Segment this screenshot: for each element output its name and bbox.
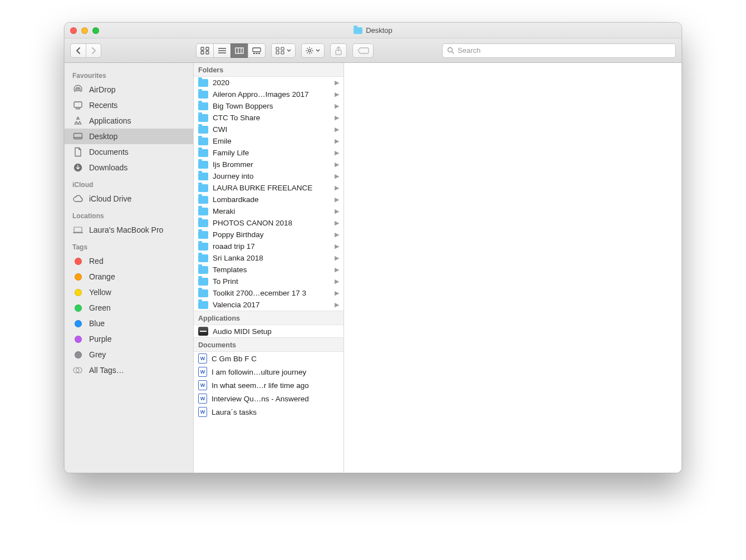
file-name: Valencia 2017 <box>213 301 330 309</box>
file-name: Audio MIDI Setup <box>213 327 340 336</box>
folder-icon <box>198 184 208 192</box>
sidebar-item-purple[interactable]: Purple <box>65 331 193 347</box>
sidebar-item-orange[interactable]: Orange <box>65 269 193 284</box>
zoom-window-button[interactable] <box>92 27 99 34</box>
sidebar-item-all-tags-[interactable]: All Tags… <box>65 362 193 378</box>
file-row[interactable]: Templates▶ <box>194 264 343 276</box>
file-row[interactable]: Lombardkade▶ <box>194 194 343 205</box>
sidebar-item-blue[interactable]: Blue <box>65 316 193 331</box>
file-row[interactable]: LAURA BURKE FREELANCE▶ <box>194 182 343 194</box>
disclosure-chevron-icon: ▶ <box>335 184 340 191</box>
icon-view-button[interactable] <box>196 43 213 58</box>
word-doc-icon <box>198 367 207 377</box>
close-window-button[interactable] <box>70 27 77 34</box>
folder-icon <box>198 137 208 145</box>
share-button[interactable] <box>330 43 347 58</box>
file-row[interactable]: Interview Qu…ns - Answered <box>194 392 343 405</box>
file-row[interactable]: PHOTOS CANON 2018▶ <box>194 217 343 229</box>
sidebar-item-grey[interactable]: Grey <box>65 347 193 362</box>
sidebar-item-green[interactable]: Green <box>65 300 193 316</box>
file-name: 2020 <box>213 78 330 87</box>
grid-icon <box>200 47 209 55</box>
file-row[interactable]: Big Town Boppers▶ <box>194 100 343 112</box>
disclosure-chevron-icon: ▶ <box>335 173 340 180</box>
arrange-button[interactable] <box>271 43 296 58</box>
disclosure-chevron-icon: ▶ <box>335 301 340 308</box>
svg-line-25 <box>311 48 312 48</box>
file-row[interactable]: Journey into▶ <box>194 170 343 182</box>
sidebar-section-label: Tags <box>65 238 193 253</box>
minimize-window-button[interactable] <box>81 27 88 34</box>
back-button[interactable] <box>70 43 86 58</box>
file-row[interactable]: C Gm Bb F C <box>194 352 343 365</box>
sidebar-item-recents[interactable]: Recents <box>65 97 193 113</box>
svg-rect-15 <box>281 47 284 50</box>
file-row[interactable]: Meraki▶ <box>194 205 343 217</box>
gallery-view-button[interactable] <box>248 43 266 58</box>
group-header: Folders <box>194 63 343 77</box>
sidebar-item-icloud-drive[interactable]: iCloud Drive <box>65 191 193 207</box>
forward-button[interactable] <box>86 43 101 58</box>
file-row[interactable]: Ijs Brommer▶ <box>194 159 343 170</box>
sidebar-item-desktop[interactable]: Desktop <box>65 129 193 144</box>
file-name: roaad trip 17 <box>213 242 330 250</box>
file-name: Ijs Brommer <box>213 160 330 169</box>
sidebar-item-laura-s-macbook-pro[interactable]: Laura's MacBook Pro <box>65 222 193 238</box>
sidebar: FavouritesAirDropRecentsApplicationsDesk… <box>65 63 194 473</box>
svg-point-30 <box>77 89 79 91</box>
svg-rect-10 <box>253 48 261 52</box>
file-row[interactable]: CWI▶ <box>194 124 343 135</box>
file-row[interactable]: Toolkit 2700…ecember 17 3▶ <box>194 287 343 299</box>
column-view-button[interactable] <box>230 43 248 58</box>
sidebar-item-label: Yellow <box>89 288 111 297</box>
action-button[interactable] <box>301 43 325 58</box>
sidebar-item-label: AirDrop <box>89 85 115 94</box>
tags-button[interactable] <box>352 43 374 58</box>
file-row[interactable]: In what seem…r life time ago <box>194 379 343 392</box>
mac-icon <box>72 225 84 235</box>
svg-rect-0 <box>201 47 204 50</box>
finder-window: Desktop <box>64 22 682 473</box>
svg-line-24 <box>311 52 312 53</box>
tag-icon <box>72 287 84 297</box>
file-row[interactable]: Aileron Appro…Images 2017▶ <box>194 89 343 100</box>
file-row[interactable]: To Print▶ <box>194 276 343 287</box>
sidebar-item-documents[interactable]: Documents <box>65 144 193 160</box>
file-row[interactable]: I am followin…ulture journey <box>194 365 343 379</box>
file-row[interactable]: Valencia 2017▶ <box>194 299 343 311</box>
sidebar-item-applications[interactable]: Applications <box>65 113 193 129</box>
app-icon <box>198 327 208 336</box>
file-row[interactable]: Laura´s tasks <box>194 405 343 419</box>
file-row[interactable]: Family Life▶ <box>194 147 343 159</box>
sidebar-section-label: Locations <box>65 207 193 222</box>
column-1[interactable]: Folders2020▶Aileron Appro…Images 2017▶Bi… <box>194 63 344 473</box>
window-title-text: Desktop <box>366 26 392 35</box>
list-view-button[interactable] <box>213 43 230 58</box>
file-name: In what seem…r life time ago <box>212 381 340 390</box>
folder-icon <box>198 102 208 110</box>
search-field[interactable] <box>442 43 676 58</box>
disclosure-chevron-icon: ▶ <box>335 278 340 285</box>
file-name: Aileron Appro…Images 2017 <box>213 90 330 99</box>
sidebar-item-airdrop[interactable]: AirDrop <box>65 82 193 97</box>
sidebar-item-label: Grey <box>89 350 106 359</box>
file-row[interactable]: CTC To Share▶ <box>194 112 343 124</box>
sidebar-item-yellow[interactable]: Yellow <box>65 284 193 300</box>
grid-icon <box>276 47 284 55</box>
file-name: Toolkit 2700…ecember 17 3 <box>213 289 330 297</box>
file-name: Meraki <box>213 207 330 215</box>
column-view: Folders2020▶Aileron Appro…Images 2017▶Bi… <box>194 63 681 473</box>
file-row[interactable]: Poppy Birthday▶ <box>194 229 343 240</box>
folder-icon <box>198 219 208 227</box>
search-input[interactable] <box>458 46 671 55</box>
file-name: Lombardkade <box>213 195 330 204</box>
disclosure-chevron-icon: ▶ <box>335 91 340 98</box>
file-row[interactable]: Sri Lanka 2018▶ <box>194 252 343 264</box>
tag-icon <box>72 334 84 344</box>
file-row[interactable]: 2020▶ <box>194 77 343 89</box>
sidebar-item-red[interactable]: Red <box>65 253 193 269</box>
file-row[interactable]: Emile▶ <box>194 135 343 147</box>
file-row[interactable]: Audio MIDI Setup <box>194 325 343 337</box>
sidebar-item-downloads[interactable]: Downloads <box>65 160 193 175</box>
file-row[interactable]: roaad trip 17▶ <box>194 240 343 252</box>
